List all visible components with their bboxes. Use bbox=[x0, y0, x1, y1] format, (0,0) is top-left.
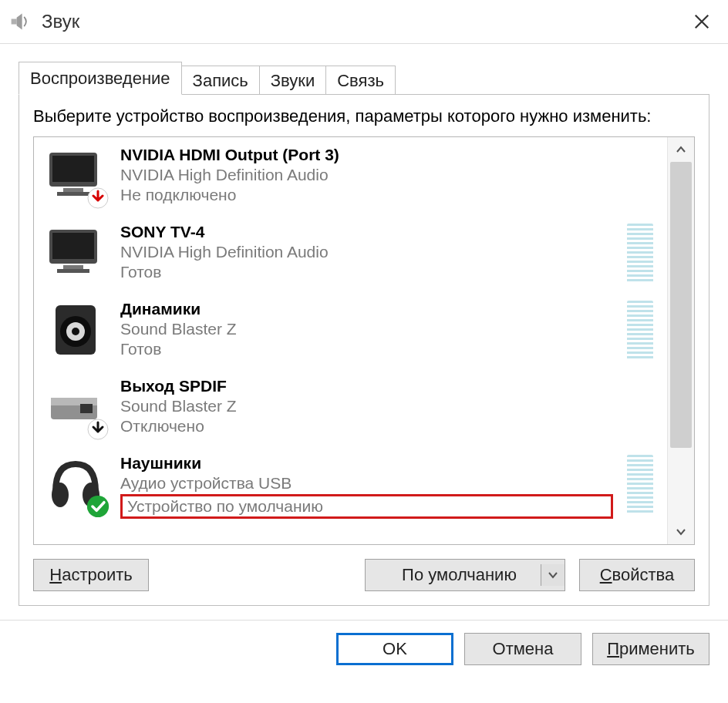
tab-communications[interactable]: Связь bbox=[326, 66, 396, 96]
svg-rect-10 bbox=[57, 269, 89, 273]
device-text: NVIDIA HDMI Output (Port 3) NVIDIA High … bbox=[120, 145, 613, 206]
device-item[interactable]: SONY TV-4 NVIDIA High Definition Audio Г… bbox=[34, 214, 667, 291]
device-item[interactable]: NVIDIA HDMI Output (Port 3) NVIDIA High … bbox=[34, 137, 667, 214]
svg-rect-8 bbox=[52, 233, 94, 259]
tab-panel-playback: Выберите устройство воспроизведения, пар… bbox=[19, 94, 709, 606]
device-text: Выход SPDIF Sound Blaster Z Отключено bbox=[120, 376, 613, 437]
device-text: SONY TV-4 NVIDIA High Definition Audio Г… bbox=[120, 222, 613, 283]
titlebar: Звук bbox=[0, 0, 728, 44]
tabstrip: Воспроизведение Запись Звуки Связь bbox=[19, 62, 709, 95]
device-text: Наушники Аудио устройства USB Устройство… bbox=[120, 453, 613, 520]
set-default-button[interactable]: По умолчанию bbox=[365, 559, 565, 591]
close-button[interactable] bbox=[683, 3, 720, 40]
device-driver: NVIDIA High Definition Audio bbox=[120, 242, 613, 262]
spdif-icon bbox=[45, 376, 106, 438]
level-meter bbox=[627, 455, 653, 515]
device-name: NVIDIA HDMI Output (Port 3) bbox=[120, 145, 613, 165]
scroll-track[interactable] bbox=[668, 162, 694, 520]
window-title: Звук bbox=[42, 11, 79, 32]
device-status: Готов bbox=[120, 262, 613, 282]
speaker-icon bbox=[45, 299, 106, 361]
cancel-button[interactable]: Отмена bbox=[464, 633, 581, 665]
sound-dialog: Звук Воспроизведение Запись Звуки Связь … bbox=[0, 0, 728, 703]
svg-rect-17 bbox=[80, 404, 93, 413]
default-device-highlight: Устройство по умолчанию bbox=[120, 494, 613, 519]
app-icon bbox=[8, 9, 32, 34]
svg-point-19 bbox=[52, 483, 69, 507]
monitor-icon bbox=[45, 145, 106, 207]
device-name: Наушники bbox=[120, 453, 613, 473]
device-item[interactable]: Выход SPDIF Sound Blaster Z Отключено bbox=[34, 368, 667, 446]
svg-rect-4 bbox=[63, 188, 83, 192]
device-status: Отключено bbox=[120, 416, 613, 436]
monitor-icon bbox=[45, 222, 106, 284]
device-status: Готов bbox=[120, 339, 613, 359]
tab-sounds[interactable]: Звуки bbox=[260, 66, 326, 96]
device-list[interactable]: NVIDIA HDMI Output (Port 3) NVIDIA High … bbox=[33, 136, 695, 545]
device-driver: Аудио устройства USB bbox=[120, 473, 613, 493]
device-text: Динамики Sound Blaster Z Готов bbox=[120, 299, 613, 360]
level-meter bbox=[627, 224, 653, 284]
chevron-down-icon[interactable] bbox=[541, 564, 565, 586]
panel-buttons: Настроить По умолчанию Свойства bbox=[33, 559, 695, 591]
ok-button[interactable]: OK bbox=[336, 633, 453, 665]
dialog-body: Воспроизведение Запись Звуки Связь Выбер… bbox=[0, 44, 728, 606]
set-default-label: По умолчанию bbox=[378, 565, 541, 585]
device-driver: NVIDIA High Definition Audio bbox=[120, 165, 613, 185]
scroll-up-button[interactable] bbox=[668, 137, 694, 162]
device-name: SONY TV-4 bbox=[120, 222, 613, 242]
headphones-icon bbox=[45, 453, 106, 515]
device-list-inner: NVIDIA HDMI Output (Port 3) NVIDIA High … bbox=[34, 137, 667, 544]
device-status: Не подключено bbox=[120, 185, 613, 205]
badge-down-red-icon bbox=[86, 187, 110, 210]
scroll-down-button[interactable] bbox=[668, 520, 694, 544]
badge-down-black-icon bbox=[86, 418, 110, 441]
svg-rect-0 bbox=[12, 19, 17, 25]
device-name: Выход SPDIF bbox=[120, 376, 613, 396]
device-driver: Sound Blaster Z bbox=[120, 319, 613, 339]
scroll-thumb[interactable] bbox=[670, 162, 692, 448]
instruction-text: Выберите устройство воспроизведения, пар… bbox=[33, 106, 695, 127]
svg-point-21 bbox=[87, 495, 109, 516]
badge-check-green-icon bbox=[86, 495, 110, 518]
tab-playback[interactable]: Воспроизведение bbox=[19, 62, 182, 95]
scrollbar[interactable] bbox=[667, 137, 694, 544]
dialog-footer: OK Отмена Применить bbox=[0, 620, 728, 678]
level-meter bbox=[627, 301, 653, 361]
svg-rect-9 bbox=[63, 265, 83, 269]
svg-rect-3 bbox=[52, 156, 94, 182]
device-name: Динамики bbox=[120, 299, 613, 319]
device-item[interactable]: Наушники Аудио устройства USB Устройство… bbox=[34, 446, 667, 527]
configure-button[interactable]: Настроить bbox=[33, 559, 149, 591]
tab-recording[interactable]: Запись bbox=[182, 66, 260, 96]
apply-button[interactable]: Применить bbox=[592, 633, 709, 665]
svg-rect-5 bbox=[57, 192, 89, 196]
svg-point-14 bbox=[72, 328, 79, 335]
device-driver: Sound Blaster Z bbox=[120, 396, 613, 416]
svg-marker-1 bbox=[17, 14, 22, 30]
device-item[interactable]: Динамики Sound Blaster Z Готов bbox=[34, 291, 667, 368]
properties-button[interactable]: Свойства bbox=[579, 559, 695, 591]
